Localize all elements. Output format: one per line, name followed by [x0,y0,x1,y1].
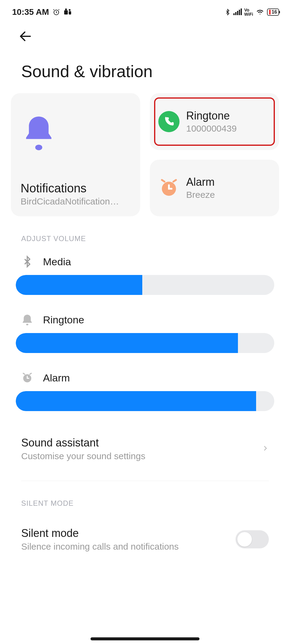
ringtone-label: Ringtone [186,110,237,122]
adjust-volume-header: ADJUST VOLUME [0,216,290,255]
phone-icon [158,111,180,132]
bluetooth-icon [21,255,35,268]
svg-point-11 [35,145,42,150]
status-bar: 10:35 AM VoWiFi 16 [0,0,290,20]
svg-rect-9 [241,8,242,15]
alarm-volume: Alarm [16,371,274,411]
ringtone-volume-slider[interactable] [16,333,274,353]
alarm-card[interactable]: Alarm Breeze [150,160,279,217]
notifications-value: BirdCicadaNotification… [21,196,130,207]
page-title: Sound & vibration [0,44,290,93]
back-button[interactable] [0,20,290,44]
media-volume: Media [16,255,274,295]
toggle-knob [237,532,252,547]
svg-rect-4 [69,11,71,15]
silent-mode-title: Silent mode [21,527,179,540]
gesture-bar[interactable] [91,637,199,640]
teams-status-icon [64,8,72,16]
svg-rect-7 [237,11,238,15]
alarm-small-icon [21,371,35,384]
alarm-icon [158,177,180,198]
ringtone-card[interactable]: Ringtone 1000000439 [150,93,279,150]
bell-icon [21,114,130,154]
silent-mode-row: Silent mode Silence incoming calls and n… [0,520,290,552]
svg-point-13 [26,324,28,325]
svg-point-2 [65,8,67,10]
ringtone-volume: Ringtone [16,313,274,353]
notifications-card[interactable]: Notifications BirdCicadaNotification… [11,93,140,216]
chevron-right-icon [262,445,269,453]
svg-rect-8 [239,10,240,15]
status-left: 10:35 AM [12,7,72,17]
silent-mode-header: SILENT MODE [0,481,290,520]
media-volume-slider[interactable] [16,275,274,295]
sound-assistant-sub: Customise your sound settings [21,451,145,461]
media-volume-fill [16,275,142,295]
alarm-label: Alarm [186,176,215,188]
alarm-value: Breeze [186,190,215,200]
sound-assistant-title: Sound assistant [21,436,145,449]
silent-mode-toggle[interactable] [236,530,269,548]
ringtone-volume-fill [16,333,238,353]
media-volume-label: Media [43,256,71,268]
wifi-status-icon [255,8,265,16]
ringtone-value: 1000000439 [186,123,237,134]
notifications-label: Notifications [21,181,130,195]
sound-cards: Notifications BirdCicadaNotification… Ri… [0,93,290,216]
status-time: 10:35 AM [12,7,49,17]
sound-assistant-row[interactable]: Sound assistant Customise your sound set… [0,429,290,469]
alarm-volume-label: Alarm [43,372,70,384]
battery-level: 16 [272,9,277,15]
status-right: VoWiFi 16 [224,8,279,16]
svg-rect-1 [64,10,68,15]
bluetooth-status-icon [224,8,231,16]
svg-rect-5 [233,13,235,15]
alarm-status-icon [53,8,60,16]
vowifi-status-icon: VoWiFi [244,8,253,16]
svg-rect-6 [235,12,236,15]
battery-status-icon: 16 [267,8,279,16]
alarm-volume-fill [16,391,256,411]
svg-point-3 [69,9,71,11]
alarm-volume-slider[interactable] [16,391,274,411]
silent-mode-sub: Silence incoming calls and notifications [21,541,179,552]
back-arrow-icon [18,29,33,44]
volume-block: Media Ringtone Alarm [0,255,290,411]
ringtone-volume-label: Ringtone [43,314,84,326]
signal-status-icon [233,8,242,16]
bell-small-icon [21,313,35,326]
